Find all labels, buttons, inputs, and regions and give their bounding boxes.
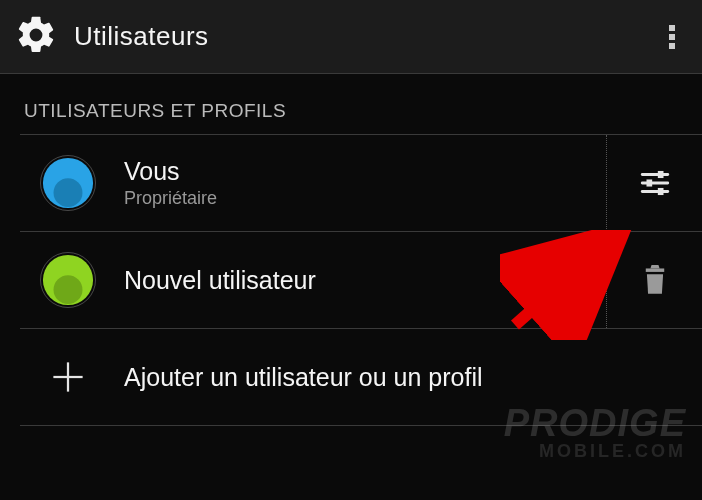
sliders-icon [638, 166, 672, 200]
svg-point-5 [54, 178, 83, 207]
user-settings-button[interactable] [606, 135, 702, 231]
section-header: UTILISATEURS ET PROFILS [0, 74, 702, 134]
user-row-owner[interactable]: Vous Propriétaire [0, 135, 702, 231]
divider [20, 425, 702, 426]
svg-rect-10 [646, 179, 652, 186]
user-subtitle: Propriétaire [124, 188, 606, 209]
user-name: Nouvel utilisateur [124, 266, 606, 295]
add-user-label-wrap: Ajouter un utilisateur ou un profil [124, 363, 702, 392]
trash-icon [641, 265, 669, 295]
overflow-menu-button[interactable] [652, 17, 692, 57]
svg-rect-2 [669, 34, 675, 40]
user-labels: Nouvel utilisateur [124, 266, 606, 295]
svg-rect-1 [669, 25, 675, 31]
avatar [40, 155, 96, 211]
add-user-label: Ajouter un utilisateur ou un profil [124, 363, 702, 392]
plus-icon [40, 349, 96, 405]
settings-gear-icon [14, 13, 58, 61]
user-labels: Vous Propriétaire [124, 157, 606, 209]
svg-point-13 [54, 275, 83, 304]
svg-rect-9 [657, 171, 663, 178]
delete-user-button[interactable] [606, 232, 702, 328]
add-user-row[interactable]: Ajouter un utilisateur ou un profil [0, 329, 702, 425]
user-row-new[interactable]: Nouvel utilisateur [0, 232, 702, 328]
svg-rect-3 [669, 43, 675, 49]
more-vert-icon [668, 23, 676, 51]
svg-point-0 [32, 31, 39, 38]
svg-rect-11 [657, 188, 663, 195]
avatar [40, 252, 96, 308]
page-title: Utilisateurs [74, 21, 209, 52]
watermark-line2: MOBILE.COM [504, 442, 686, 460]
app-bar: Utilisateurs [0, 0, 702, 74]
user-name: Vous [124, 157, 606, 186]
